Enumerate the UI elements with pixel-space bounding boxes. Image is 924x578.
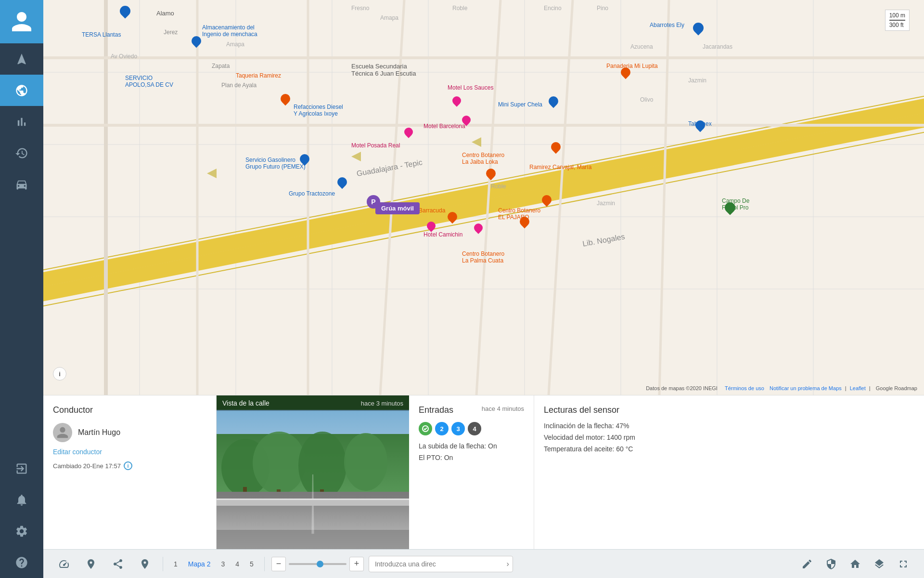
speedometer-button[interactable]	[53, 553, 75, 575]
entradas-badges: 2 3 4	[419, 422, 524, 435]
changed-text: Cambiado 20-Ene 17:57	[53, 462, 121, 470]
map-tab-2[interactable]: Mapa 2	[184, 558, 215, 570]
conductor-changed: Cambiado 20-Ene 17:57 i	[53, 461, 206, 470]
terms-link[interactable]: Términos de uso	[725, 385, 764, 391]
map-area[interactable]: Guadalajara - Tepic Lib. Nogales TERSA L…	[43, 0, 924, 395]
zoom-in-button[interactable]: +	[349, 557, 364, 571]
zoom-controls: − +	[271, 557, 364, 571]
vehicle-tooltip[interactable]: Grúa móvil	[375, 202, 420, 214]
sidebar-item-bell[interactable]	[0, 484, 43, 515]
leaflet-link[interactable]: Leaflet	[850, 385, 866, 391]
pencil-button[interactable]	[796, 553, 818, 575]
zoom-out-button[interactable]: −	[271, 557, 286, 571]
address-input[interactable]	[369, 556, 513, 572]
scale-bar: 100 m 300 ft	[885, 10, 910, 31]
sidebar-bottom	[0, 453, 43, 578]
map-attribution: Datos de mapas ©2020 INEGI Términos de u…	[644, 385, 919, 391]
attribution-text: Datos de mapas ©2020 INEGI	[646, 385, 718, 391]
google-roadmap-label: Google Roadmap	[876, 385, 917, 391]
attribution-sep3: |	[845, 385, 848, 391]
entradas-time: hace 4 minutos	[482, 405, 524, 412]
sensor-inclinacion: Inclinación de la flecha: 47%	[544, 422, 914, 430]
location-button[interactable]	[134, 553, 156, 575]
fullscreen-button[interactable]	[892, 553, 914, 575]
sensor-velocidad: Velocidad del motor: 1400 rpm	[544, 434, 914, 441]
toolbar-right-buttons	[796, 553, 914, 575]
sidebar-item-navigation[interactable]	[0, 43, 43, 75]
home-button[interactable]	[844, 553, 866, 575]
scale-100m: 100 m	[889, 12, 905, 21]
report-link[interactable]: Notificar un problema de Maps	[770, 385, 842, 391]
sensor-temperatura: Temperatura del aceite: 60 °C	[544, 445, 914, 453]
address-input-wrapper: ›	[369, 556, 513, 572]
map-tab-4[interactable]: 4	[231, 558, 243, 570]
street-view-title: Vista de la calle	[222, 399, 270, 407]
badge-4: 4	[468, 422, 481, 435]
badge-green	[419, 422, 432, 435]
map-tab-1[interactable]: 1	[170, 558, 181, 570]
sidebar-item-logout[interactable]	[0, 453, 43, 484]
sidebar-item-settings[interactable]	[0, 515, 43, 547]
street-view-time: hace 3 minutos	[361, 400, 403, 407]
share-button[interactable]	[107, 553, 129, 575]
map-tab-3[interactable]: 3	[218, 558, 229, 570]
sidebar	[0, 0, 43, 578]
waypoint-button[interactable]	[80, 553, 102, 575]
toolbar-divider-1	[163, 557, 163, 571]
zoom-slider[interactable]	[289, 563, 346, 565]
sidebar-item-chart[interactable]	[0, 106, 43, 137]
layers-button[interactable]	[868, 553, 890, 575]
sidebar-item-history[interactable]	[0, 137, 43, 169]
map-tabs: 1 Mapa 2 3 4 5	[170, 558, 257, 570]
entradas-header: Entradas hace 4 minutos	[419, 405, 524, 415]
info-circle-button[interactable]: i	[124, 461, 132, 470]
driver-name: Martín Hugo	[78, 428, 120, 437]
badge-2: 2	[435, 422, 449, 435]
user-avatar[interactable]	[0, 0, 43, 43]
map-tab-5[interactable]: 5	[246, 558, 257, 570]
toolbar-divider-2	[264, 557, 265, 571]
attribution-sep4: |	[869, 385, 872, 391]
map-background: Guadalajara - Tepic Lib. Nogales TERSA L…	[43, 0, 924, 395]
entrada-flecha: La subida de la flecha: On	[419, 442, 524, 450]
edit-conductor-link[interactable]: Editar conductor	[53, 448, 206, 456]
sidebar-item-globe[interactable]	[0, 75, 43, 106]
scale-300ft: 300 ft	[889, 22, 905, 28]
address-arrow-icon[interactable]: ›	[507, 560, 509, 568]
conductor-info: Martín Hugo	[53, 423, 206, 442]
sidebar-item-vehicle[interactable]	[0, 169, 43, 200]
badge-3: 3	[451, 422, 465, 435]
conductor-title: Conductor	[53, 405, 206, 415]
street-view-header: Vista de la calle hace 3 minutos	[217, 395, 409, 411]
badge-button[interactable]	[820, 553, 842, 575]
map-info-button[interactable]: i	[53, 367, 66, 381]
bottom-toolbar: 1 Mapa 2 3 4 5 − + ›	[43, 549, 924, 578]
driver-avatar	[53, 423, 72, 442]
entrada-pto: El PTO: On	[419, 454, 524, 461]
sidebar-item-help[interactable]	[0, 547, 43, 578]
sensor-title: Lecturas del sensor	[544, 405, 914, 415]
entradas-title: Entradas	[419, 405, 453, 415]
